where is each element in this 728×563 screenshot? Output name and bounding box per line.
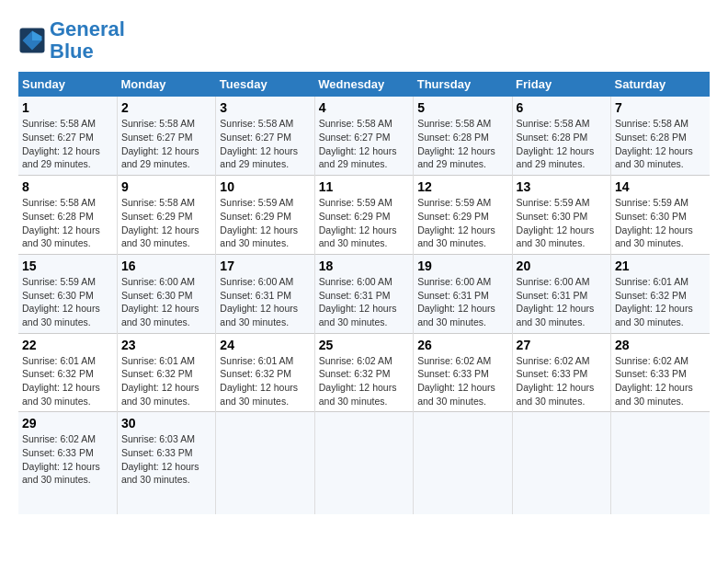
header-day: Wednesday: [314, 72, 413, 97]
logo-text: General Blue: [50, 18, 125, 63]
day-number: 8: [22, 179, 113, 194]
calendar-day-cell: 25Sunrise: 6:02 AM Sunset: 6:32 PM Dayli…: [314, 333, 413, 412]
day-number: 18: [319, 259, 409, 273]
day-number: 22: [22, 338, 113, 352]
day-number: 14: [615, 179, 706, 194]
header-day: Saturday: [611, 72, 710, 97]
page-header: General Blue: [18, 18, 710, 63]
calendar-day-cell: 26Sunrise: 6:02 AM Sunset: 6:33 PM Dayli…: [414, 333, 512, 412]
day-number: 24: [220, 338, 310, 352]
calendar-day-cell: 19Sunrise: 6:00 AM Sunset: 6:31 PM Dayli…: [414, 254, 512, 333]
day-number: 26: [417, 338, 507, 352]
day-info: Sunrise: 5:58 AM Sunset: 6:27 PM Dayligh…: [220, 117, 310, 171]
day-number: 13: [517, 179, 607, 194]
calendar-day-cell: 21Sunrise: 6:01 AM Sunset: 6:32 PM Dayli…: [611, 254, 710, 333]
day-info: Sunrise: 5:59 AM Sunset: 6:30 PM Dayligh…: [517, 196, 607, 250]
day-number: 28: [615, 338, 706, 352]
day-info: Sunrise: 5:58 AM Sunset: 6:27 PM Dayligh…: [121, 117, 211, 171]
day-info: Sunrise: 6:00 AM Sunset: 6:31 PM Dayligh…: [220, 275, 310, 329]
calendar-week-row: 15Sunrise: 5:59 AM Sunset: 6:30 PM Dayli…: [18, 254, 710, 333]
calendar-day-cell: 2Sunrise: 5:58 AM Sunset: 6:27 PM Daylig…: [117, 97, 215, 175]
day-info: Sunrise: 5:59 AM Sunset: 6:29 PM Dayligh…: [220, 196, 310, 250]
calendar-day-cell: 15Sunrise: 5:59 AM Sunset: 6:30 PM Dayli…: [18, 254, 117, 333]
calendar-day-cell: 18Sunrise: 6:00 AM Sunset: 6:31 PM Dayli…: [314, 254, 413, 333]
calendar-day-cell: 30Sunrise: 6:03 AM Sunset: 6:33 PM Dayli…: [117, 412, 215, 514]
day-number: 23: [121, 338, 211, 352]
calendar-day-cell: 12Sunrise: 5:59 AM Sunset: 6:29 PM Dayli…: [414, 176, 512, 255]
calendar-day-cell: [314, 412, 413, 514]
day-number: 15: [22, 259, 113, 273]
calendar-day-cell: 6Sunrise: 5:58 AM Sunset: 6:28 PM Daylig…: [512, 97, 610, 175]
header-day: Sunday: [18, 72, 117, 97]
day-number: 2: [121, 100, 211, 115]
day-info: Sunrise: 6:03 AM Sunset: 6:33 PM Dayligh…: [121, 432, 211, 487]
day-number: 19: [417, 259, 507, 273]
calendar-day-cell: 13Sunrise: 5:59 AM Sunset: 6:30 PM Dayli…: [512, 176, 610, 255]
day-number: 30: [121, 416, 211, 431]
calendar-day-cell: 17Sunrise: 6:00 AM Sunset: 6:31 PM Dayli…: [216, 254, 314, 333]
header-row: SundayMondayTuesdayWednesdayThursdayFrid…: [18, 72, 710, 97]
calendar-day-cell: 8Sunrise: 5:58 AM Sunset: 6:28 PM Daylig…: [18, 176, 117, 255]
calendar-day-cell: 7Sunrise: 5:58 AM Sunset: 6:28 PM Daylig…: [611, 97, 710, 175]
calendar-day-cell: 9Sunrise: 5:58 AM Sunset: 6:29 PM Daylig…: [117, 176, 215, 255]
calendar-body: 1Sunrise: 5:58 AM Sunset: 6:27 PM Daylig…: [18, 97, 710, 514]
day-info: Sunrise: 6:01 AM Sunset: 6:32 PM Dayligh…: [220, 354, 310, 408]
day-info: Sunrise: 5:59 AM Sunset: 6:29 PM Dayligh…: [417, 196, 507, 250]
day-info: Sunrise: 5:58 AM Sunset: 6:28 PM Dayligh…: [417, 117, 507, 171]
calendar-day-cell: 5Sunrise: 5:58 AM Sunset: 6:28 PM Daylig…: [414, 97, 512, 175]
header-day: Friday: [512, 72, 610, 97]
day-number: 7: [615, 100, 706, 115]
day-number: 5: [417, 100, 507, 115]
calendar-day-cell: 10Sunrise: 5:59 AM Sunset: 6:29 PM Dayli…: [216, 176, 314, 255]
calendar-week-row: 8Sunrise: 5:58 AM Sunset: 6:28 PM Daylig…: [18, 176, 710, 255]
calendar-table: SundayMondayTuesdayWednesdayThursdayFrid…: [18, 72, 710, 514]
day-info: Sunrise: 5:58 AM Sunset: 6:28 PM Dayligh…: [22, 196, 113, 250]
day-number: 29: [22, 416, 113, 431]
day-number: 6: [517, 100, 607, 115]
calendar-day-cell: 4Sunrise: 5:58 AM Sunset: 6:27 PM Daylig…: [314, 97, 413, 175]
day-number: 11: [319, 179, 409, 194]
day-number: 12: [417, 179, 507, 194]
day-number: 17: [220, 259, 310, 273]
calendar-day-cell: 23Sunrise: 6:01 AM Sunset: 6:32 PM Dayli…: [117, 333, 215, 412]
calendar-day-cell: [611, 412, 710, 514]
day-info: Sunrise: 6:01 AM Sunset: 6:32 PM Dayligh…: [22, 354, 113, 408]
calendar-day-cell: 24Sunrise: 6:01 AM Sunset: 6:32 PM Dayli…: [216, 333, 314, 412]
day-info: Sunrise: 5:58 AM Sunset: 6:27 PM Dayligh…: [22, 117, 113, 171]
calendar-week-row: 29Sunrise: 6:02 AM Sunset: 6:33 PM Dayli…: [18, 412, 710, 514]
header-day: Monday: [117, 72, 215, 97]
calendar-day-cell: 20Sunrise: 6:00 AM Sunset: 6:31 PM Dayli…: [512, 254, 610, 333]
calendar-header: SundayMondayTuesdayWednesdayThursdayFrid…: [18, 72, 710, 97]
calendar-day-cell: [512, 412, 610, 514]
day-info: Sunrise: 5:58 AM Sunset: 6:27 PM Dayligh…: [319, 117, 409, 171]
header-day: Tuesday: [216, 72, 314, 97]
day-info: Sunrise: 6:01 AM Sunset: 6:32 PM Dayligh…: [121, 354, 211, 408]
day-info: Sunrise: 5:59 AM Sunset: 6:30 PM Dayligh…: [22, 275, 113, 329]
day-info: Sunrise: 6:00 AM Sunset: 6:31 PM Dayligh…: [319, 275, 409, 329]
day-number: 10: [220, 179, 310, 194]
day-number: 3: [220, 100, 310, 115]
calendar-day-cell: 28Sunrise: 6:02 AM Sunset: 6:33 PM Dayli…: [611, 333, 710, 412]
day-info: Sunrise: 6:00 AM Sunset: 6:30 PM Dayligh…: [121, 275, 211, 329]
calendar-day-cell: 29Sunrise: 6:02 AM Sunset: 6:33 PM Dayli…: [18, 412, 117, 514]
calendar-week-row: 22Sunrise: 6:01 AM Sunset: 6:32 PM Dayli…: [18, 333, 710, 412]
calendar-day-cell: 16Sunrise: 6:00 AM Sunset: 6:30 PM Dayli…: [117, 254, 215, 333]
day-info: Sunrise: 6:01 AM Sunset: 6:32 PM Dayligh…: [615, 275, 706, 329]
day-info: Sunrise: 5:58 AM Sunset: 6:29 PM Dayligh…: [121, 196, 211, 250]
day-number: 21: [615, 259, 706, 273]
logo: General Blue: [18, 18, 125, 63]
day-info: Sunrise: 5:58 AM Sunset: 6:28 PM Dayligh…: [517, 117, 607, 171]
day-info: Sunrise: 6:02 AM Sunset: 6:33 PM Dayligh…: [615, 354, 706, 408]
calendar-day-cell: [216, 412, 314, 514]
calendar-day-cell: 11Sunrise: 5:59 AM Sunset: 6:29 PM Dayli…: [314, 176, 413, 255]
day-info: Sunrise: 6:00 AM Sunset: 6:31 PM Dayligh…: [517, 275, 607, 329]
day-info: Sunrise: 5:59 AM Sunset: 6:29 PM Dayligh…: [319, 196, 409, 250]
calendar-day-cell: 22Sunrise: 6:01 AM Sunset: 6:32 PM Dayli…: [18, 333, 117, 412]
day-number: 16: [121, 259, 211, 273]
day-number: 1: [22, 100, 113, 115]
day-info: Sunrise: 6:02 AM Sunset: 6:33 PM Dayligh…: [22, 432, 113, 487]
day-number: 9: [121, 179, 211, 194]
day-info: Sunrise: 5:58 AM Sunset: 6:28 PM Dayligh…: [615, 117, 706, 171]
day-number: 4: [319, 100, 409, 115]
calendar-day-cell: 14Sunrise: 5:59 AM Sunset: 6:30 PM Dayli…: [611, 176, 710, 255]
